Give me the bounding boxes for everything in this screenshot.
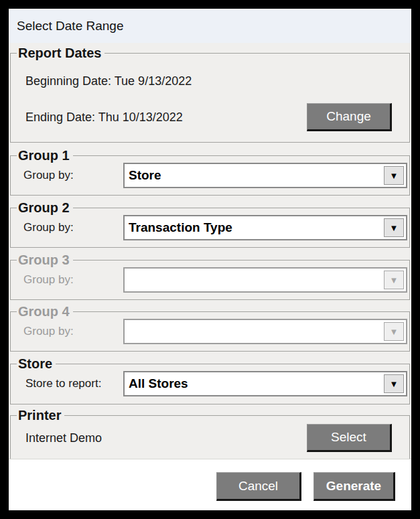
store-legend: Store (17, 356, 56, 371)
group2-legend: Group 2 (17, 200, 73, 215)
group2-label: Group by: (11, 221, 123, 234)
group1-selected-value: Store (129, 168, 161, 183)
group1-label: Group by: (11, 169, 123, 182)
store-to-report-label: Store to report: (11, 377, 123, 390)
printer-legend: Printer (17, 408, 64, 423)
store-dropdown[interactable]: All Stores ▼ (123, 371, 407, 396)
group3-legend: Group 3 (17, 252, 73, 267)
report-dates-legend: Report Dates (17, 46, 104, 60)
printer-name-text: Internet Demo (25, 431, 102, 445)
group3-label: Group by: (11, 273, 123, 287)
report-dates-groupbox: Report Dates Beginning Date: Tue 9/13/20… (10, 46, 410, 143)
dialog-titlebar: Select Date Range (9, 9, 411, 43)
group2-groupbox: Group 2 Group by: Transaction Type ▼ (10, 200, 410, 248)
select-date-range-dialog: Select Date Range Report Dates Beginning… (9, 9, 411, 510)
chevron-down-icon: ▼ (384, 322, 404, 341)
chevron-down-icon[interactable]: ▼ (384, 374, 404, 393)
chevron-down-icon[interactable]: ▼ (384, 166, 404, 185)
ending-date-text: Ending Date: Thu 10/13/2022 (25, 110, 183, 125)
group4-groupbox: Group 4 Group by: ▼ (10, 304, 410, 352)
group3-groupbox: Group 3 Group by: ▼ (10, 252, 410, 300)
generate-button[interactable]: Generate (313, 472, 395, 501)
group4-label: Group by: (11, 325, 123, 338)
group4-dropdown-disabled: ▼ (123, 319, 407, 344)
cancel-button[interactable]: Cancel (216, 472, 301, 501)
dialog-title: Select Date Range (17, 19, 124, 33)
group4-legend: Group 4 (17, 304, 73, 319)
select-printer-button[interactable]: Select (307, 424, 392, 452)
group1-legend: Group 1 (17, 148, 73, 163)
dialog-body: Report Dates Beginning Date: Tue 9/13/20… (9, 43, 411, 459)
group1-dropdown[interactable]: Store ▼ (123, 163, 407, 188)
printer-groupbox: Printer Internet Demo Select (10, 408, 410, 459)
group2-selected-value: Transaction Type (129, 220, 232, 235)
store-groupbox: Store Store to report: All Stores ▼ (10, 356, 410, 404)
change-dates-button[interactable]: Change (307, 103, 392, 131)
store-selected-value: All Stores (129, 376, 188, 391)
chevron-down-icon[interactable]: ▼ (384, 218, 404, 237)
group1-groupbox: Group 1 Group by: Store ▼ (10, 148, 410, 196)
chevron-down-icon: ▼ (384, 271, 404, 289)
beginning-date-text: Beginning Date: Tue 9/13/2022 (25, 74, 409, 88)
group2-dropdown[interactable]: Transaction Type ▼ (123, 215, 407, 240)
group3-dropdown-disabled: ▼ (123, 267, 407, 293)
dialog-footer: Cancel Generate (9, 459, 411, 510)
